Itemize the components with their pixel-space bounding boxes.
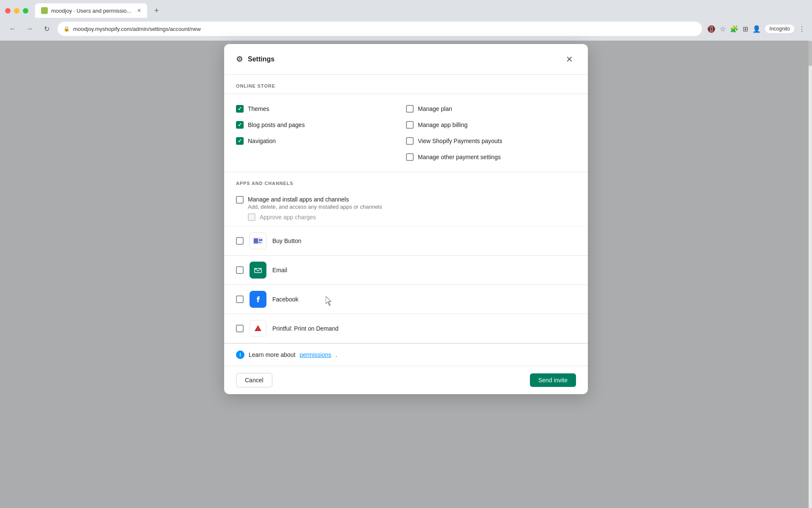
manage-plan-permission-item: Manage plan xyxy=(406,101,576,117)
back-button[interactable]: ← xyxy=(7,23,19,35)
view-shopify-payments-checkbox[interactable] xyxy=(406,137,414,145)
bookmark-icon[interactable]: ☆ xyxy=(720,25,726,33)
email-name: Email xyxy=(272,267,287,273)
manage-payment-settings-checkbox[interactable] xyxy=(406,153,414,161)
manage-payment-settings-permission-item: Manage other payment settings xyxy=(406,149,576,165)
facebook-item: Facebook xyxy=(224,285,588,314)
themes-label: Themes xyxy=(248,105,269,112)
modal-title-text: Settings xyxy=(248,55,274,63)
info-icon: i xyxy=(236,351,244,359)
extensions-icon[interactable]: 🧩 xyxy=(730,25,738,33)
printful-checkbox[interactable] xyxy=(236,325,244,332)
view-shopify-payments-permission-item: View Shopify Payments payouts xyxy=(406,133,576,149)
manage-install-text: Manage and install apps and channels Add… xyxy=(248,196,382,210)
page-scrollbar[interactable] xyxy=(809,41,812,508)
approve-app-charges-row: Approve app charges xyxy=(236,210,576,221)
svg-rect-2 xyxy=(259,239,262,241)
modal-header: ⚙ Settings ✕ xyxy=(224,44,588,75)
themes-permission-item: Themes xyxy=(236,101,406,117)
settings-modal: ⚙ Settings ✕ ONLINE STORE xyxy=(224,44,588,394)
page-scrollbar-thumb[interactable] xyxy=(809,41,812,66)
email-item: Email xyxy=(224,256,588,285)
printful-item: Printful: Print on Demand xyxy=(224,314,588,343)
manage-install-item: Manage and install apps and channels Add… xyxy=(224,191,588,226)
shopify-admin: ⚙ Settings ✕ ONLINE STORE xyxy=(0,41,812,508)
email-checkbox[interactable] xyxy=(236,266,244,274)
manage-install-sublabel: Add, delete, and access any installed ap… xyxy=(248,204,382,210)
traffic-lights xyxy=(5,8,28,14)
permissions-link[interactable]: permissions xyxy=(300,351,332,358)
tab-label: moodjoy · Users and permissio... xyxy=(51,8,131,14)
approve-app-charges-label: Approve app charges xyxy=(260,214,316,221)
navigation-label: Navigation xyxy=(248,138,276,144)
right-permissions-column: Manage plan Manage app billing View Shop… xyxy=(406,101,576,165)
url-text: moodjoy.myshopify.com/admin/settings/acc… xyxy=(73,26,201,32)
blog-posts-checkbox[interactable] xyxy=(236,121,244,129)
blog-posts-permission-item: Blog posts and pages xyxy=(236,117,406,133)
modal-body[interactable]: ONLINE STORE Themes Blog posts and pages xyxy=(224,75,588,366)
incognito-badge: Incognito xyxy=(765,25,794,33)
close-traffic-light[interactable] xyxy=(5,8,11,14)
approve-app-charges-checkbox[interactable] xyxy=(248,213,255,221)
manage-app-billing-checkbox[interactable] xyxy=(406,121,414,129)
tab-close-button[interactable]: ✕ xyxy=(137,8,141,14)
send-invite-button[interactable]: Send invite xyxy=(530,373,576,387)
new-tab-button[interactable]: + xyxy=(151,5,162,17)
grid-icon[interactable]: ⊞ xyxy=(743,25,748,33)
menu-icon[interactable]: ⋮ xyxy=(798,25,805,33)
modal-overlay: ⚙ Settings ✕ ONLINE STORE xyxy=(0,41,812,508)
manage-plan-checkbox[interactable] xyxy=(406,105,414,113)
buy-button-name: Buy Button xyxy=(272,237,302,244)
manage-payment-settings-label: Manage other payment settings xyxy=(418,154,501,160)
navigation-checkbox[interactable] xyxy=(236,137,244,145)
manage-app-billing-permission-item: Manage app billing xyxy=(406,117,576,133)
buy-button-checkbox[interactable] xyxy=(236,237,244,245)
modal-close-button[interactable]: ✕ xyxy=(562,52,576,66)
browser-chrome: moodjoy · Users and permissio... ✕ + ← →… xyxy=(0,0,812,41)
incognito-label: Incognito xyxy=(769,26,790,32)
online-store-label: ONLINE STORE xyxy=(236,83,275,88)
info-text-before: Learn more about xyxy=(249,351,296,358)
themes-checkbox[interactable] xyxy=(236,105,244,113)
online-store-section-header: ONLINE STORE xyxy=(224,75,588,94)
address-bar[interactable]: 🔒 moodjoy.myshopify.com/admin/settings/a… xyxy=(58,22,702,36)
settings-icon: ⚙ xyxy=(236,55,243,64)
view-shopify-payments-label: View Shopify Payments payouts xyxy=(418,138,502,144)
manage-app-billing-label: Manage app billing xyxy=(418,121,468,128)
navigation-permission-item: Navigation xyxy=(236,133,406,149)
apps-channels-header: APPS AND CHANNELS xyxy=(224,172,588,191)
svg-rect-3 xyxy=(252,265,263,276)
printful-icon xyxy=(250,320,266,337)
minimize-traffic-light[interactable] xyxy=(14,8,19,14)
browser-tab-bar: moodjoy · Users and permissio... ✕ + xyxy=(0,0,812,18)
reload-button[interactable]: ↻ xyxy=(41,23,52,35)
manage-install-checkbox[interactable] xyxy=(236,196,244,204)
info-footer: i Learn more about permissions . xyxy=(224,343,588,366)
manage-install-label: Manage and install apps and channels xyxy=(248,196,382,203)
lock-icon: 🔒 xyxy=(63,26,70,32)
svg-rect-1 xyxy=(254,238,258,243)
apps-and-channels-section: APPS AND CHANNELS Manage and install app… xyxy=(224,172,588,366)
camera-blocked-icon: 📵 xyxy=(707,25,716,33)
profile-icon[interactable]: 👤 xyxy=(752,25,761,33)
printful-name: Printful: Print on Demand xyxy=(272,325,338,332)
manage-plan-label: Manage plan xyxy=(418,105,452,112)
buy-button-item: Buy Button xyxy=(224,226,588,256)
close-icon: ✕ xyxy=(566,54,573,64)
manage-install-row: Manage and install apps and channels Add… xyxy=(236,196,576,210)
left-permissions-column: Themes Blog posts and pages Navigation xyxy=(236,101,406,165)
forward-button[interactable]: → xyxy=(24,23,36,35)
modal-title: ⚙ Settings xyxy=(236,55,274,64)
browser-actions: 📵 ☆ 🧩 ⊞ 👤 Incognito ⋮ xyxy=(707,25,805,33)
browser-toolbar: ← → ↻ 🔒 moodjoy.myshopify.com/admin/sett… xyxy=(0,18,812,40)
email-icon xyxy=(250,262,266,279)
facebook-checkbox[interactable] xyxy=(236,295,244,303)
buy-button-icon xyxy=(250,232,266,249)
maximize-traffic-light[interactable] xyxy=(23,8,28,14)
facebook-icon xyxy=(250,291,266,308)
cancel-button[interactable]: Cancel xyxy=(236,373,272,387)
online-store-permissions-grid: Themes Blog posts and pages Navigation xyxy=(224,94,588,172)
browser-tab[interactable]: moodjoy · Users and permissio... ✕ xyxy=(35,3,147,18)
favicon xyxy=(41,7,48,14)
info-text-after: . xyxy=(335,351,337,358)
